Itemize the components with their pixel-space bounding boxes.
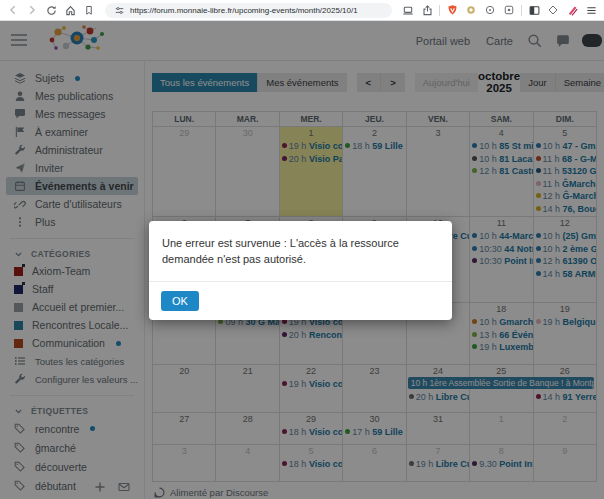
url-text: https://forum.monnaie-libre.fr/upcoming-… (130, 6, 358, 15)
error-modal: Une erreur est survenue : L'accès à la r… (149, 221, 452, 320)
devices-icon[interactable] (401, 3, 415, 17)
browser-menu-icon[interactable] (584, 3, 598, 17)
pink-extension-icon[interactable] (565, 3, 579, 17)
forum-page: Portail web Carte Sujets Mes publication… (0, 21, 604, 499)
share-icon[interactable] (420, 3, 434, 17)
shield-extension-icon[interactable] (445, 3, 459, 17)
extension-c-icon[interactable] (502, 3, 516, 17)
site-settings-icon[interactable] (112, 3, 126, 17)
sidebar-toggle-icon[interactable] (527, 3, 541, 17)
cursor-extension-icon[interactable] (546, 3, 560, 17)
address-bar[interactable]: https://forum.monnaie-libre.fr/upcoming-… (105, 3, 392, 18)
forward-icon[interactable] (25, 3, 39, 17)
extension-b-icon[interactable] (483, 3, 497, 17)
browser-toolbar: https://forum.monnaie-libre.fr/upcoming-… (0, 0, 604, 21)
error-message: Une erreur est survenue : L'accès à la r… (149, 221, 452, 281)
reload-icon[interactable] (44, 3, 58, 17)
back-icon[interactable] (6, 3, 20, 17)
screen: https://forum.monnaie-libre.fr/upcoming-… (0, 0, 604, 499)
home-icon[interactable] (63, 3, 77, 17)
ok-button[interactable]: OK (161, 291, 199, 311)
modal-footer: OK (149, 281, 452, 320)
bookmark-icon[interactable] (82, 3, 96, 17)
extension-a-icon[interactable] (464, 3, 478, 17)
